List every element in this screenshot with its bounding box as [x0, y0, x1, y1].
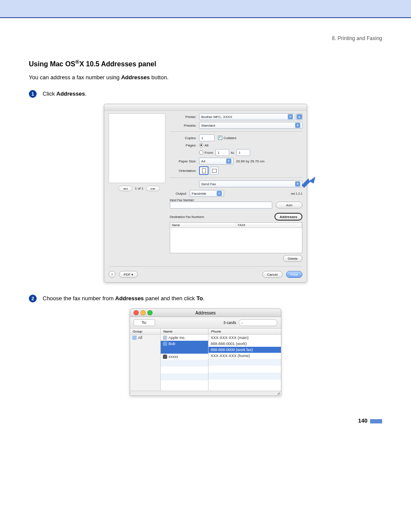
- to-input[interactable]: 1: [237, 149, 250, 156]
- addresses-toolbar: To: 3 cards ⌕: [130, 317, 281, 329]
- pages-all-label: All: [205, 143, 209, 147]
- to-button[interactable]: To:: [134, 319, 155, 326]
- expand-arrow-icon: ▴: [297, 114, 302, 119]
- pages-all-radio[interactable]: All: [199, 143, 209, 147]
- select-arrow-icon: ▾: [288, 114, 293, 119]
- addresses-window: Addresses To: 3 cards ⌕ Group Name Phone…: [130, 308, 281, 396]
- intro-b: Addresses: [121, 74, 149, 81]
- intro-a: You can address a fax number using: [29, 74, 121, 81]
- paper-size-select[interactable]: A4▾: [199, 158, 234, 165]
- page-number: 140: [29, 417, 382, 424]
- expand-button[interactable]: ▴: [296, 113, 302, 120]
- orientation-portrait-button[interactable]: [199, 166, 209, 175]
- phone-row-2[interactable]: 888-888-0001 (work): [209, 341, 281, 347]
- presets-select[interactable]: Standard▾: [199, 122, 302, 129]
- nav-first-button[interactable]: ◂◂ ◂: [118, 186, 132, 191]
- nav-position: 1 of 1: [135, 187, 143, 190]
- step-1-badge: 1: [29, 90, 37, 98]
- callout-arrow: [301, 177, 316, 190]
- phone-row-empty: [209, 373, 281, 380]
- phone-row-1[interactable]: XXX-XXX-XXX (main): [209, 335, 281, 341]
- column-headers: Group Name Phone: [130, 329, 281, 335]
- panel-value: Send Fax: [201, 182, 216, 186]
- phone-row-3[interactable]: 888-888-0000 (work fax): [209, 347, 281, 353]
- s1b: Addresses: [56, 90, 85, 97]
- resize-handle[interactable]: ◢: [130, 391, 281, 395]
- pages-range-radio[interactable]: From:: [199, 150, 214, 155]
- paper-size-label: Paper Size:: [170, 159, 196, 163]
- copies-value: 1: [201, 136, 203, 140]
- zoom-icon[interactable]: [147, 310, 153, 315]
- s2b: Addresses: [115, 295, 143, 302]
- s2a: Choose the fax number from: [43, 295, 115, 302]
- section-header: 8. Printing and Faxing: [29, 35, 382, 41]
- minimize-icon[interactable]: [140, 310, 146, 315]
- name-row-empty: [161, 360, 208, 367]
- portrait-icon: [202, 168, 206, 173]
- printer-value: Brother MFC- XXXX: [201, 115, 232, 119]
- preview-nav: ◂◂ ◂ 1 of 1 ▸ ▸▸: [109, 186, 170, 191]
- addresses-panel-figure: Addresses To: 3 cards ⌕ Group Name Phone…: [29, 308, 382, 396]
- cancel-button[interactable]: Cancel: [262, 271, 283, 278]
- nav-last-button[interactable]: ▸ ▸▸: [146, 186, 160, 191]
- copies-input[interactable]: 1: [199, 134, 215, 141]
- paper-size-value: A4: [201, 159, 206, 163]
- group-all-label: All: [138, 336, 142, 340]
- phone-column: XXX-XXX-XXX (main) 888-888-0001 (work) 8…: [209, 335, 281, 391]
- group-column: All: [130, 335, 161, 391]
- name-row-2b[interactable]: [161, 347, 208, 354]
- printer-select[interactable]: Brother MFC- XXXX▾: [199, 113, 295, 120]
- dialog-titlebar: [104, 104, 307, 111]
- select-arrow-icon: ▾: [295, 123, 300, 128]
- presets-label: Presets:: [170, 124, 196, 128]
- traffic-lights: [134, 310, 153, 315]
- checkbox-icon: [218, 136, 222, 140]
- name-row-2[interactable]: Bob: [161, 341, 208, 347]
- top-banner: [0, 0, 411, 18]
- panel-select[interactable]: Send Fax▾: [199, 180, 302, 187]
- person-icon: [163, 355, 167, 359]
- orientation-label: Orientation:: [170, 169, 196, 173]
- phone-row-4[interactable]: XXX-XXX-XXX (home): [209, 353, 281, 359]
- search-icon: ⌕: [241, 320, 243, 325]
- registered-mark: ®: [75, 59, 80, 65]
- step-1-text: Click Addresses.: [43, 90, 87, 97]
- arrow-icon: [301, 177, 316, 189]
- s2d: To: [196, 295, 203, 302]
- group-all[interactable]: All: [130, 335, 160, 341]
- phone-3: 888-888-0000 (work fax): [211, 348, 253, 352]
- print-button[interactable]: Print: [286, 271, 302, 278]
- preview-column: ◂◂ ◂ 1 of 1 ▸ ▸▸: [109, 113, 170, 264]
- from-input[interactable]: 1: [215, 149, 229, 156]
- radio-icon: [199, 143, 203, 147]
- s2c: panel and then click: [144, 295, 196, 302]
- s1a: Click: [43, 90, 56, 97]
- name-row-empty: [161, 367, 208, 373]
- output-label: Output:: [170, 192, 187, 196]
- step-1: 1 Click Addresses.: [29, 90, 382, 98]
- landscape-icon: [212, 169, 217, 173]
- name-row-1[interactable]: Apple Inc.: [161, 335, 208, 341]
- name-column: Apple Inc. Bob xxxxx: [161, 335, 209, 391]
- pdf-button[interactable]: PDF ▾: [119, 271, 138, 278]
- addresses-button[interactable]: Addresses: [274, 213, 302, 221]
- select-arrow-icon: ▾: [295, 181, 300, 187]
- pages-label: Pages:: [170, 143, 196, 147]
- search-input[interactable]: ⌕: [239, 319, 277, 326]
- select-arrow-icon: ▾: [226, 159, 231, 164]
- name-row-3[interactable]: xxxxx: [161, 354, 208, 360]
- fax-number-input[interactable]: [170, 202, 272, 208]
- addresses-title: Addresses: [195, 311, 215, 315]
- svg-marker-0: [302, 177, 315, 188]
- collated-checkbox[interactable]: Collated: [218, 136, 236, 140]
- delete-button[interactable]: Delete: [283, 255, 302, 262]
- help-button[interactable]: ?: [109, 271, 115, 278]
- add-button[interactable]: Add: [276, 202, 302, 208]
- step-2-text: Choose the fax number from Addresses pan…: [43, 295, 205, 302]
- output-select[interactable]: Facsimile▾: [190, 190, 224, 197]
- col-fax: FAX#: [236, 223, 302, 227]
- orientation-landscape-button[interactable]: [210, 167, 218, 174]
- close-icon[interactable]: [134, 310, 139, 315]
- addresses-body: All Apple Inc. Bob xxxxx XXX-XXX-XXX (ma…: [130, 335, 281, 391]
- intro-text: You can address a fax number using Addre…: [29, 74, 382, 81]
